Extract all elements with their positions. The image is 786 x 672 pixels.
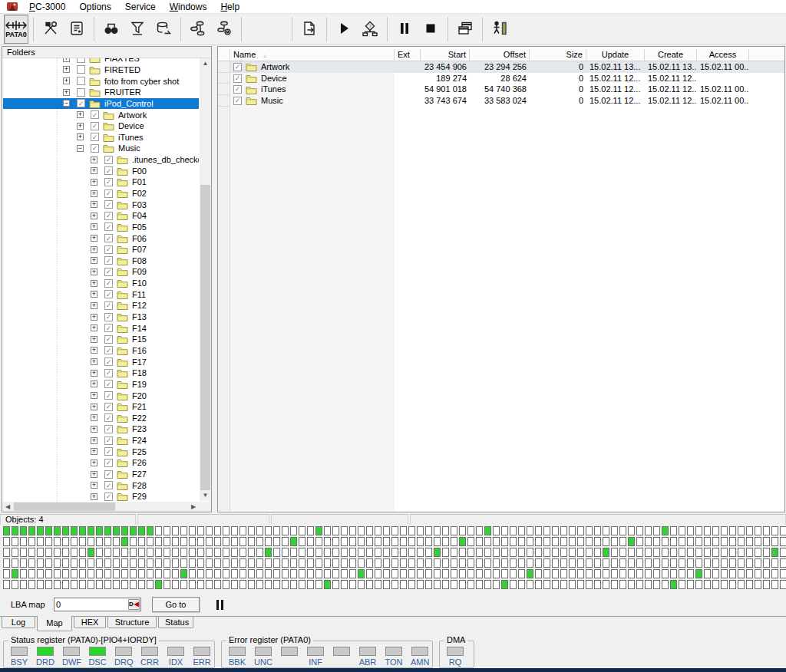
tree-item-ipod-control[interactable]: −✓iPod_Control [3,98,199,110]
tree-item-f14[interactable]: +✓F14 [3,322,199,334]
tree-checkbox[interactable] [77,58,85,63]
tree-checkbox[interactable]: ✓ [104,212,113,220]
tree-item-f00[interactable]: +✓F00 [3,165,199,176]
lba-input[interactable] [56,599,125,610]
stop-button[interactable] [418,15,443,44]
tab-map[interactable]: Map [37,616,72,631]
tree-item-f18[interactable]: +✓F18 [3,367,199,379]
tree-item-f06[interactable]: +✓F06 [3,232,199,244]
tree-horizontal-scrollbar[interactable]: ◀ ▶ [2,502,199,512]
tab-hex[interactable]: HEX [74,617,106,628]
tree-vscroll-thumb[interactable] [200,185,210,490]
tree-item-f10[interactable]: +✓F10 [3,278,199,289]
expand-icon[interactable]: + [91,471,97,478]
tree-checkbox[interactable]: ✓ [91,110,99,119]
tree-item-f03[interactable]: +✓F03 [3,199,199,210]
tree-checkbox[interactable]: ✓ [104,313,113,321]
tree-checkbox[interactable]: ✓ [104,200,113,209]
table-row-artwork[interactable]: ✓Artwork23 454 90623 294 256015.02.11 13… [218,61,784,73]
tree-checkbox[interactable]: ✓ [104,346,113,354]
tree-checkbox[interactable] [77,77,85,85]
tree-item-f08[interactable]: +✓F08 [3,255,199,267]
tree-checkbox[interactable]: ✓ [104,256,113,265]
table-row-itunes[interactable]: ✓iTunes54 901 01854 740 368015.02.11 12.… [218,84,784,95]
structure-settings-button[interactable] [212,15,236,44]
tree-checkbox[interactable]: ✓ [104,481,113,489]
menu-service[interactable]: Service [118,1,163,13]
tree-checkbox[interactable]: ✓ [104,369,113,377]
tree-checkbox[interactable]: ✓ [104,279,113,288]
tree-item-f15[interactable]: +✓F15 [3,334,199,345]
tree-item-f12[interactable]: +✓F12 [3,300,199,311]
tree-item-f24[interactable]: +✓F24 [3,435,199,446]
expand-icon[interactable]: + [91,347,97,354]
goto-button[interactable]: Go to [152,597,200,612]
column-header-size[interactable]: Size [530,49,586,61]
scroll-right-icon[interactable]: ▶ [188,502,199,512]
tree-item-f01[interactable]: +✓F01 [3,176,199,188]
tree-item--itunes-db-checked[interactable]: +✓.itunes_db_checked [3,154,199,166]
scroll-up-icon[interactable]: ▲ [200,58,211,69]
expand-icon[interactable]: + [77,123,84,130]
utility-tools-button[interactable] [38,15,63,44]
expand-icon[interactable]: + [91,201,97,208]
expand-icon[interactable]: + [63,66,70,73]
expand-icon[interactable]: + [91,392,97,399]
tree-item-f16[interactable]: +✓F16 [3,345,199,357]
menu-help[interactable]: Help [213,1,246,13]
tree-item-f23[interactable]: +✓F23 [3,423,199,435]
column-header-update[interactable]: Update [586,49,645,61]
collapse-icon[interactable]: − [77,145,84,152]
tree-checkbox[interactable]: ✓ [104,470,113,479]
tree-item-f11[interactable]: +✓F11 [3,288,199,300]
expand-icon[interactable]: + [91,302,97,309]
table-row-device[interactable]: ✓Device189 27428 624015.02.11 12...15.02… [218,73,784,84]
scroll-down-icon[interactable]: ▼ [200,490,211,501]
tree-item-f29[interactable]: +✓F29 [3,491,199,501]
pata0-port-button[interactable]: PATA0 [4,15,28,44]
tree-checkbox[interactable]: ✓ [104,380,113,388]
start-button[interactable] [332,15,356,44]
column-header-create[interactable]: Create [645,49,697,61]
menu-windows[interactable]: Windows [163,1,214,13]
expand-icon[interactable]: + [91,291,97,298]
row-checkbox[interactable]: ✓ [233,74,242,83]
tree-checkbox[interactable]: ✓ [104,447,113,456]
tree-item-fruiter[interactable]: +FRUITER [3,87,199,98]
tree-item-music[interactable]: −✓Music [3,143,199,154]
menu-pc-3000[interactable]: PC-3000 [22,1,72,13]
expand-icon[interactable]: + [91,268,97,275]
expand-icon[interactable]: + [91,212,97,219]
tree-checkbox[interactable]: ✓ [91,122,99,130]
tree-item-f04[interactable]: +✓F04 [3,210,199,222]
expand-icon[interactable]: + [63,58,70,62]
tree-item-f28[interactable]: +✓F28 [3,479,199,491]
tree-checkbox[interactable]: ✓ [104,156,113,164]
scroll-left-icon[interactable]: ◀ [2,502,13,512]
expand-icon[interactable]: + [77,133,84,140]
tree-checkbox[interactable]: ✓ [104,166,113,175]
tree-checkbox[interactable]: ✓ [104,357,113,366]
structure-button[interactable] [186,15,210,44]
expand-icon[interactable]: + [91,414,97,421]
expand-icon[interactable]: + [91,314,97,321]
expand-icon[interactable]: + [91,493,97,500]
expand-icon[interactable]: + [91,179,97,186]
tree-item-f26[interactable]: +✓F26 [3,457,199,469]
expand-icon[interactable]: + [63,77,70,84]
data-extractor-button[interactable] [151,15,176,44]
table-row-music[interactable]: ✓Music33 743 67433 583 024015.02.11 12..… [218,95,784,107]
tree-item-f19[interactable]: +✓F19 [3,379,199,390]
expand-icon[interactable]: + [91,280,97,287]
row-checkbox[interactable]: ✓ [233,85,242,94]
expand-icon[interactable]: + [91,324,97,331]
pause-button[interactable] [392,15,417,44]
tests-button[interactable] [125,15,150,44]
tree-item-f13[interactable]: +✓F13 [3,311,199,323]
tree-checkbox[interactable]: ✓ [104,268,113,276]
tree-checkbox[interactable]: ✓ [104,335,113,344]
script-button[interactable]: ? [358,15,382,44]
expand-icon[interactable]: + [91,336,97,343]
column-header-offset[interactable]: Offset [470,49,530,61]
tree-checkbox[interactable]: ✓ [104,178,113,186]
